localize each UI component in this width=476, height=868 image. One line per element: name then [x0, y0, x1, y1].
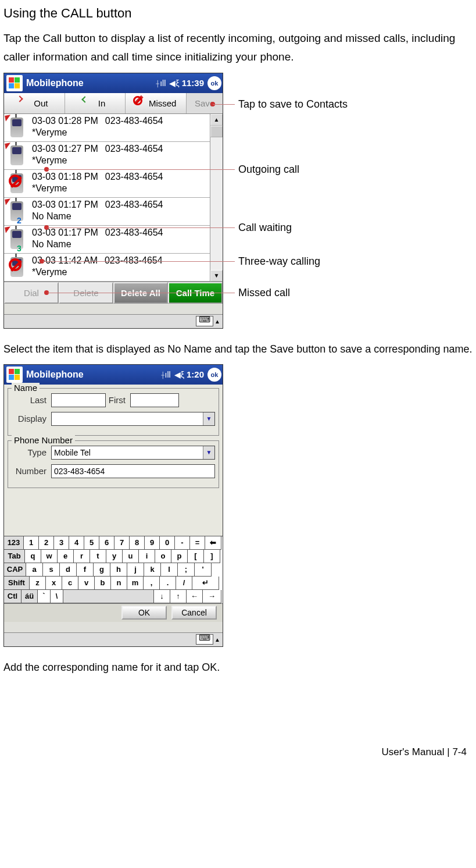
kb-key[interactable]: r	[74, 550, 90, 563]
save-button[interactable]: Save	[187, 93, 223, 113]
kb-key[interactable]: y	[106, 550, 123, 563]
kb-key[interactable]: 3	[54, 536, 69, 550]
kb-key[interactable]: d	[60, 563, 77, 577]
kb-key[interactable]: k	[144, 563, 161, 577]
kb-key[interactable]: i	[139, 550, 155, 563]
kb-key[interactable]: 9	[145, 536, 160, 550]
call-list-row[interactable]: 03-03 01:28 PM023-483-4654*Veryme	[4, 114, 210, 142]
kb-key[interactable]: 2	[39, 536, 54, 550]
kb-key[interactable]: Shift	[4, 577, 30, 590]
start-icon[interactable]	[6, 75, 23, 91]
last-input[interactable]	[51, 393, 106, 407]
scroll-up-icon[interactable]: ▲	[210, 114, 223, 126]
kb-key[interactable]: [	[188, 550, 204, 563]
kb-key[interactable]: -	[175, 536, 190, 550]
tab-out[interactable]: Out	[4, 93, 65, 113]
kb-key[interactable]: 5	[84, 536, 99, 550]
scroll-track[interactable]	[210, 137, 223, 270]
ok-button[interactable]: ok	[207, 76, 221, 90]
kb-key[interactable]: w	[41, 550, 58, 563]
kb-key[interactable]: j	[127, 563, 144, 577]
kb-key[interactable]: '	[195, 563, 212, 577]
start-icon[interactable]	[6, 367, 23, 383]
kb-key[interactable]: =	[190, 536, 205, 550]
keyboard-icon[interactable]	[196, 634, 213, 645]
dialog-cancel-button[interactable]: Cancel	[171, 606, 217, 620]
kb-key[interactable]: o	[155, 550, 171, 563]
tab-in[interactable]: In	[65, 93, 126, 113]
first-label: First	[106, 395, 130, 405]
kb-key[interactable]: 6	[99, 536, 114, 550]
kb-key[interactable]: ←	[187, 590, 203, 603]
kb-key[interactable]: u	[123, 550, 139, 563]
kb-key[interactable]: q	[25, 550, 41, 563]
number-input[interactable]: 023-483-4654	[51, 464, 215, 478]
kb-key[interactable]: v	[78, 577, 95, 590]
kb-key[interactable]: \	[51, 590, 63, 603]
kb-key[interactable]: ↓	[154, 590, 170, 603]
chevron-down-icon[interactable]: ▼	[203, 446, 214, 459]
kb-key[interactable]	[63, 590, 154, 603]
kb-key[interactable]: ,	[144, 577, 160, 590]
scroll-thumb[interactable]	[210, 126, 223, 137]
sip-menu-arrow[interactable]: ▲	[214, 636, 220, 643]
kb-key[interactable]: 0	[160, 536, 175, 550]
call-list-row[interactable]: 303-03 01:17 PM023-483-4654No Name	[4, 226, 210, 254]
call-list-row[interactable]: 03-03 01:18 PM023-483-4654*Veryme	[4, 170, 210, 198]
dialog-ok-button[interactable]: OK	[121, 606, 167, 620]
kb-key[interactable]: `	[38, 590, 51, 603]
display-combo[interactable]: ▼	[51, 412, 215, 426]
call-row-text: 03-03 11:42 AM023-483-4654*Veryme	[30, 254, 210, 281]
kb-key[interactable]: .	[160, 577, 176, 590]
app-title-2: Mobilephone	[26, 369, 160, 380]
scrollbar[interactable]: ▲ ▼	[210, 114, 223, 282]
kb-key[interactable]: ]	[204, 550, 220, 563]
kb-key[interactable]: s	[43, 563, 60, 577]
sip-menu-arrow[interactable]: ▲	[214, 318, 220, 325]
scroll-down-icon[interactable]: ▼	[210, 270, 223, 282]
kb-key[interactable]: c	[62, 577, 78, 590]
kb-key[interactable]: l	[161, 563, 178, 577]
clock: 11:39	[182, 78, 204, 88]
callout-save: Tap to save to Contacts	[238, 98, 348, 111]
kb-key[interactable]: CAP	[4, 563, 26, 577]
title-bar-2: Mobilephone ⟊ıll ◀ξ 1:20 ok	[4, 365, 223, 385]
kb-key[interactable]: Tab	[4, 550, 25, 563]
kb-key[interactable]: m	[127, 577, 144, 590]
kb-key[interactable]: n	[111, 577, 127, 590]
kb-key[interactable]: h	[110, 563, 127, 577]
kb-key[interactable]: áü	[22, 590, 38, 603]
kb-key[interactable]: e	[58, 550, 74, 563]
kb-key[interactable]: /	[176, 577, 192, 590]
kb-key[interactable]: x	[46, 577, 62, 590]
keyboard-icon[interactable]	[196, 316, 213, 326]
call-list-row[interactable]: 03-03 01:27 PM023-483-4654*Veryme	[4, 142, 210, 170]
call-list: 03-03 01:28 PM023-483-4654*Veryme03-03 0…	[4, 114, 210, 282]
call-list-row[interactable]: 203-03 01:17 PM023-483-4654No Name	[4, 198, 210, 226]
kb-key[interactable]: Ctl	[4, 590, 22, 603]
kb-key[interactable]: g	[94, 563, 110, 577]
kb-key[interactable]: b	[95, 577, 111, 590]
kb-key[interactable]: 7	[114, 536, 130, 550]
kb-key[interactable]: ↑	[170, 590, 187, 603]
type-combo[interactable]: Mobile Tel▼	[51, 446, 215, 460]
call-list-row[interactable]: 03-03 11:42 AM023-483-4654*Veryme	[4, 254, 210, 282]
tab-missed[interactable]: Missed	[126, 93, 187, 113]
kb-key[interactable]: z	[30, 577, 46, 590]
kb-key[interactable]: 4	[69, 536, 84, 550]
kb-key[interactable]: ⬅	[205, 536, 221, 550]
kb-key[interactable]: t	[90, 550, 106, 563]
soft-keyboard[interactable]: 1231234567890-=⬅Tabqwertyuiop[]CAPasdfgh…	[4, 536, 223, 603]
kb-key[interactable]: ;	[178, 563, 195, 577]
kb-key[interactable]: 8	[130, 536, 145, 550]
kb-key[interactable]: 1	[24, 536, 39, 550]
kb-key[interactable]: ↵	[192, 577, 219, 590]
chevron-down-icon[interactable]: ▼	[203, 412, 214, 425]
ok-button-2[interactable]: ok	[207, 368, 221, 382]
kb-key[interactable]: p	[171, 550, 188, 563]
kb-key[interactable]: 123	[4, 536, 24, 550]
kb-key[interactable]: f	[77, 563, 94, 577]
kb-key[interactable]: →	[203, 590, 221, 603]
first-input[interactable]	[130, 393, 179, 407]
kb-key[interactable]: a	[26, 563, 43, 577]
